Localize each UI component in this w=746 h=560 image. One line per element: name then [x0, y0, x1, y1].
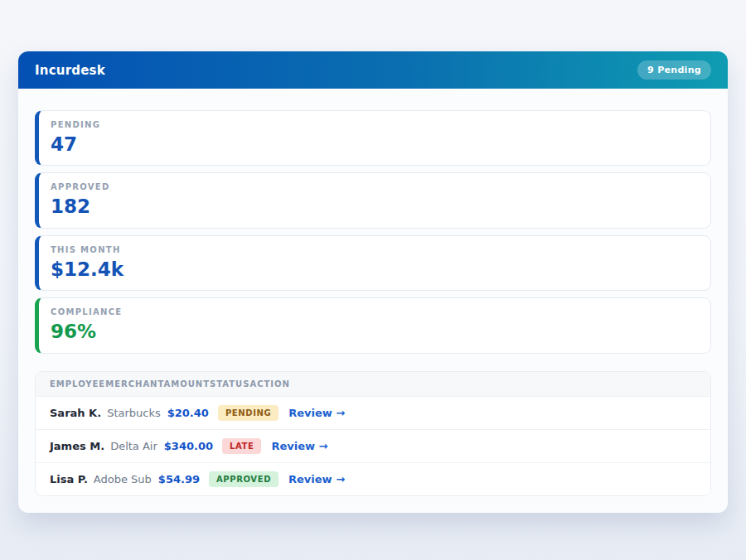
stat-label: PENDING [51, 120, 697, 129]
review-link[interactable]: Review → [288, 407, 345, 419]
stat-card-pending: PENDING 47 [35, 110, 711, 166]
table-row: Lisa P. Adobe Sub $54.99 APPROVED Review… [36, 462, 710, 495]
review-link[interactable]: Review → [288, 473, 345, 485]
incurdesk-app-card: Incurdesk 9 Pending PENDING 47 APPROVED … [18, 51, 728, 513]
employee-name: James M. [50, 440, 104, 452]
table-row: James M. Delta Air $340.00 LATE Review → [36, 429, 710, 462]
stat-label: THIS MONTH [51, 245, 697, 254]
stat-label: APPROVED [51, 182, 697, 191]
expense-table: EMPLOYEEMERCHANTAMOUNTSTATUSACTION Sarah… [35, 371, 711, 496]
stat-label: COMPLIANCE [51, 307, 697, 316]
stat-card-this-month: THIS MONTH $12.4k [35, 235, 711, 291]
employee-name: Lisa P. [50, 473, 88, 485]
status-badge: APPROVED [209, 471, 279, 487]
merchant-name: Delta Air [110, 440, 157, 452]
merchant-name: Adobe Sub [94, 473, 152, 485]
status-badge: LATE [222, 438, 261, 454]
column-header-action: ACTION [249, 379, 290, 389]
column-header-status: STATUS [210, 379, 249, 389]
employee-name: Sarah K. [50, 407, 101, 419]
stat-value: $12.4k [51, 258, 697, 280]
table-row: Sarah K. Starbucks $20.40 PENDING Review… [36, 396, 710, 429]
stat-card-approved: APPROVED 182 [35, 172, 711, 228]
table-header-row: EMPLOYEEMERCHANTAMOUNTSTATUSACTION [36, 372, 710, 396]
pending-count-badge: 9 Pending [637, 60, 711, 80]
review-link[interactable]: Review → [271, 440, 327, 452]
expense-amount: $340.00 [164, 440, 213, 452]
expense-amount: $54.99 [158, 473, 200, 485]
app-title: Incurdesk [35, 63, 105, 78]
stat-card-compliance: COMPLIANCE 96% [35, 297, 711, 353]
column-header-merchant: MERCHANT [105, 379, 163, 389]
merchant-name: Starbucks [107, 407, 161, 419]
column-header-employee: EMPLOYEE [50, 379, 105, 389]
stat-value: 96% [51, 321, 697, 342]
expense-amount: $20.40 [167, 407, 209, 419]
column-header-amount: AMOUNT [164, 379, 211, 389]
stat-value: 182 [51, 196, 697, 217]
stat-value: 47 [51, 133, 697, 155]
app-body: PENDING 47 APPROVED 182 THIS MONTH $12.4… [18, 89, 728, 513]
app-header: Incurdesk 9 Pending [18, 51, 728, 89]
status-badge: PENDING [218, 405, 279, 421]
